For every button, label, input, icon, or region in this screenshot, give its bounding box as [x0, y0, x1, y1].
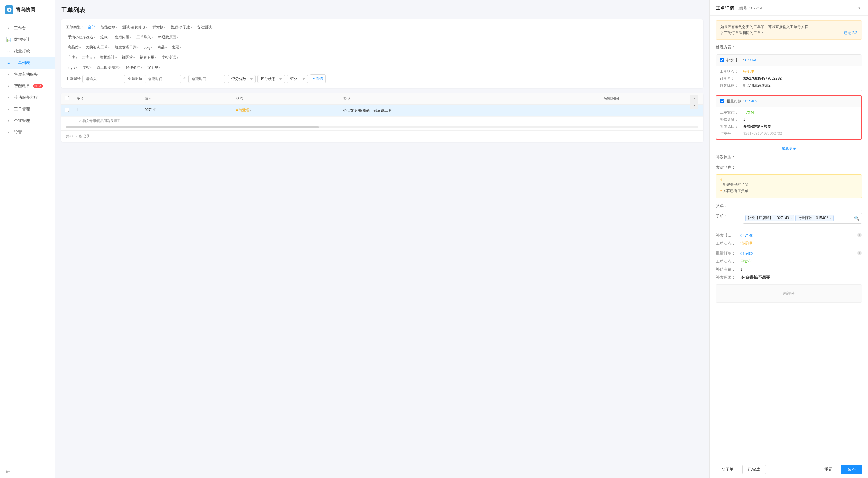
filter-tag-meide[interactable]: 美的咨询工单 ▾: [84, 44, 112, 51]
card-2-link[interactable]: 015402: [745, 99, 757, 103]
sidebar-item-work-order[interactable]: ≡ 工单列表: [0, 57, 55, 69]
sub-value-buzhu-link[interactable]: 027140: [740, 233, 753, 238]
score-select2[interactable]: 评分: [287, 75, 308, 83]
sub-label-buzhu: 补发【...：: [716, 232, 738, 238]
filter-tag-smart[interactable]: 智能建单 ▾: [99, 24, 119, 30]
card2-ordernum-row: 订单号： 3261768194977002732: [720, 131, 858, 136]
tags-input-wrapper[interactable]: 补发【旺店通】：027140 × 批量打款：015402 × 🔍: [743, 213, 862, 224]
tag-bulk-close[interactable]: ×: [830, 217, 831, 220]
score-status-select[interactable]: 评分状态: [257, 75, 285, 83]
filter-tag-xc-refund[interactable]: xc退款原因 ▾: [156, 34, 180, 40]
card1-status-row: 工单状态： 待受理: [720, 69, 858, 74]
tag-buzhu-wangdian: 补发【旺店通】：027140 ×: [745, 215, 794, 221]
filter-tag-zuyitang[interactable]: 祖医堂 ▾: [120, 54, 136, 61]
filter-tag-group[interactable]: 群对接 ▾: [151, 24, 167, 30]
time-separator: 至: [183, 76, 187, 82]
create-time-end[interactable]: [188, 75, 225, 83]
order-icon: ▪: [6, 107, 11, 111]
filter-tag-online-test[interactable]: 线上回测需求 ▾: [95, 64, 123, 71]
filter-tag-aftersale-issue[interactable]: 售后问题 ▾: [113, 34, 133, 40]
panel-close-btn[interactable]: ×: [857, 4, 862, 12]
sub-value-reason2: 多拍/错拍/不想要: [740, 275, 770, 280]
nav-label-workbench: 工作台: [14, 25, 26, 31]
order-number-label: 工单编号: [66, 76, 81, 82]
rating-text: 未评分: [783, 291, 795, 296]
filter-tag-parent-child[interactable]: 父子单 ▾: [146, 64, 162, 71]
footer-btns-right: 重置 保 存: [818, 465, 862, 474]
filter-tag-goods[interactable]: 商品类 ▾: [66, 44, 83, 51]
filter-tag-plxg[interactable]: plxg ▾: [142, 45, 154, 50]
reset-btn[interactable]: 重置: [818, 465, 838, 474]
status-dot: [236, 109, 238, 111]
tooltip-subtext: 以下为订单号相同的工单：: [720, 30, 764, 36]
filter-tag-fujuan[interactable]: 福卷专用 ▾: [138, 54, 158, 61]
row-checkbox[interactable]: [65, 107, 69, 112]
filter-tags-row1: 工单类型： 全部 智能建单 ▾ 测试-请勿修改 ▾ 群对接 ▾ 售后-李子建 ▾…: [66, 24, 699, 30]
smart-icon: ▪: [6, 84, 11, 88]
filter-tag-jikeyun[interactable]: 吉客云 ▾: [80, 54, 97, 61]
nav-label-after-sale: 售后主动服务: [14, 72, 38, 77]
sidebar-item-smart-build[interactable]: ▪ 智能建单 NEW: [0, 80, 55, 92]
score-select[interactable]: 评分分数: [228, 75, 255, 83]
card-1-checkbox[interactable]: [720, 58, 724, 62]
order-number-input[interactable]: [82, 75, 125, 83]
tooltip-subrow: 以下为订单号相同的工单： 已选 2/3: [720, 30, 857, 36]
filter-tag-commodity[interactable]: 商品 ▾: [156, 44, 169, 51]
filter-tag-quality-test[interactable]: 质检测试 ▾: [159, 54, 180, 61]
parent-child-btn[interactable]: 父子单: [716, 465, 739, 474]
load-more-btn[interactable]: 加载更多: [716, 144, 862, 154]
sidebar-item-company-mgmt[interactable]: ▪ 企业管理 ›: [0, 115, 55, 127]
tag-buzhu-close[interactable]: ×: [790, 217, 792, 220]
scroll-up-btn[interactable]: ▲: [690, 95, 699, 101]
completed-btn[interactable]: 已完成: [742, 465, 766, 474]
collapse-button[interactable]: ⇤: [6, 469, 10, 474]
new-badge: NEW: [33, 84, 43, 88]
tag-bulk-label: 批量打款：015402: [798, 216, 828, 221]
filter-more-btn[interactable]: + 筛选: [310, 74, 326, 83]
row-status: 待受理 ▾: [232, 104, 339, 117]
scroll-down-btn[interactable]: ▼: [690, 102, 699, 109]
filter-tag-aftersale[interactable]: 售后-李子建 ▾: [169, 24, 194, 30]
sidebar-item-settings[interactable]: ▪ 设置 ›: [0, 127, 55, 138]
sidebar-item-mobile-service[interactable]: ▪ 移动服务大厅 ›: [0, 92, 55, 103]
settings-icon: ▪: [6, 130, 11, 135]
filter-tag-invoice[interactable]: 发票 ▾: [170, 44, 183, 51]
sidebar-item-workbench[interactable]: ▪ 工作台 ›: [0, 22, 55, 34]
th-checkbox: [61, 93, 72, 104]
filter-tag-test[interactable]: 测试-请勿修改 ▾: [121, 24, 150, 30]
save-btn[interactable]: 保 存: [841, 465, 862, 474]
table-row[interactable]: 1 027141 待受理 ▾ 小仙女专用/商品问题反馈工单: [61, 104, 703, 117]
filter-tag-warehouse[interactable]: 仓库 ▾: [66, 54, 79, 61]
filter-tag-return[interactable]: 退件处理 ▾: [124, 64, 144, 71]
filter-tags-row3: 商品类 ▾ 美的咨询工单 ▾ 凯度发货日期 ▾ plxg ▾ 商品 ▾ 发票 ▾: [66, 44, 699, 51]
card-2-checkbox[interactable]: [720, 99, 724, 103]
remove-btn-2[interactable]: [857, 251, 862, 256]
filter-tag-zyy[interactable]: z y y ▾: [66, 65, 79, 70]
sidebar-item-batch-pay[interactable]: ○ 批量打款: [0, 45, 55, 57]
filter-tag-quality[interactable]: 质检 ▾: [81, 64, 94, 71]
table-scrollbar[interactable]: [61, 125, 703, 130]
status-dropdown[interactable]: 待受理 ▾: [236, 107, 252, 113]
filter-tag-kaidu[interactable]: 凯度发货日期 ▾: [113, 44, 141, 51]
remove-btn-1[interactable]: [857, 232, 862, 238]
sub-value-batch-link[interactable]: 015402: [740, 251, 753, 256]
sub-label-status-1: 工单状态：: [716, 241, 738, 246]
filter-tag-all[interactable]: 全部: [85, 24, 98, 30]
card-1-link[interactable]: 027140: [745, 58, 757, 62]
sidebar-item-order-mgmt[interactable]: ▪ 工单管理 ›: [0, 103, 55, 115]
select-all-checkbox[interactable]: [65, 96, 69, 100]
bird-icon: [6, 7, 12, 12]
th-status: 状态: [232, 93, 339, 104]
filter-tag-import[interactable]: 工单导入 ▾: [134, 34, 155, 40]
filter-tag-data-stat[interactable]: 数据统计 ▾: [98, 54, 119, 61]
sub-row-status-2: 工单状态： 已支付: [716, 259, 862, 264]
sidebar-item-after-sale[interactable]: ▪ 售后主动服务 ›: [0, 69, 55, 80]
filter-tag-note[interactable]: 备注测试 ▾: [195, 24, 216, 30]
close-circle-icon: [857, 232, 862, 237]
create-time-label: 创建时间: [128, 76, 143, 82]
scroll-thumb: [66, 126, 319, 128]
filter-tag-taobao[interactable]: 手淘小程序改造 ▾: [66, 34, 97, 40]
sidebar-item-data-stats[interactable]: 📊 数据统计 ›: [0, 34, 55, 45]
create-time-start[interactable]: [145, 75, 181, 83]
filter-tag-refund[interactable]: 退款 ▾: [98, 34, 112, 40]
